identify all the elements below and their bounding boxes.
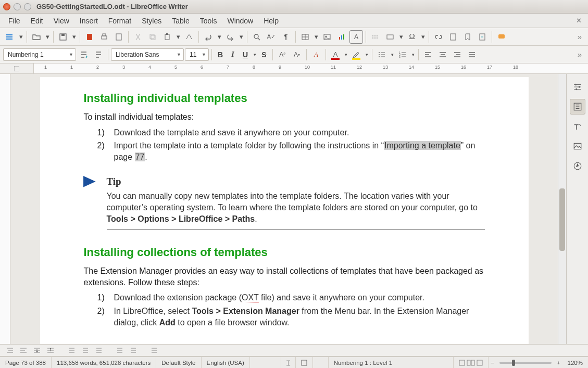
heading-installing-individual[interactable]: Installing individual templates: [84, 92, 485, 105]
comment-icon[interactable]: [495, 30, 508, 44]
insert-field-dropdown-icon[interactable]: ▾: [398, 30, 404, 44]
bullet-dropdown-icon[interactable]: ▾: [390, 48, 395, 61]
footnote-icon[interactable]: [446, 30, 460, 44]
align-justify-icon[interactable]: [465, 48, 479, 61]
menu-help[interactable]: Help: [258, 15, 284, 27]
sidebar-settings-icon[interactable]: [570, 79, 585, 95]
zoom-slider[interactable]: [499, 362, 552, 364]
promote-outline-icon[interactable]: [18, 345, 29, 356]
save-icon[interactable]: [56, 30, 70, 44]
paste-icon[interactable]: [160, 30, 174, 44]
export-pdf-icon[interactable]: [83, 30, 96, 44]
tip-body[interactable]: You can manually copy new templates into…: [107, 191, 485, 224]
demote-outline-icon[interactable]: [4, 345, 16, 356]
copy-icon[interactable]: [146, 30, 159, 44]
italic-button[interactable]: I: [227, 48, 239, 61]
bullets-icon[interactable]: [148, 345, 159, 356]
new-doc-dropdown-icon[interactable]: ▾: [18, 30, 24, 44]
new-style-icon[interactable]: [92, 48, 105, 61]
paste-dropdown-icon[interactable]: ▾: [175, 30, 181, 44]
menu-edit[interactable]: Edit: [26, 15, 48, 27]
list-up-icon[interactable]: [93, 345, 104, 356]
status-modified-icon[interactable]: [296, 357, 313, 368]
tip-block[interactable]: ▶ Tip You can manually copy new template…: [107, 172, 485, 230]
redo-dropdown-icon[interactable]: ▾: [238, 30, 244, 44]
insert-table-icon[interactable]: [298, 30, 312, 44]
status-insert-mode[interactable]: [250, 357, 281, 368]
para-intro-collections[interactable]: The Extension Manager provides an easy w…: [84, 265, 485, 288]
paragraph-style-select[interactable]: Numbering 1▼: [3, 48, 76, 61]
menu-file[interactable]: File: [3, 15, 26, 27]
document-area[interactable]: Installing individual templates To insta…: [10, 74, 558, 344]
insert-field-icon[interactable]: [383, 30, 397, 44]
list-item[interactable]: 2) In LibreOffice, select Tools > Extens…: [97, 306, 485, 328]
align-center-icon[interactable]: [436, 48, 449, 61]
align-right-icon[interactable]: [451, 48, 464, 61]
insert-textbox-icon[interactable]: A: [349, 30, 363, 44]
status-signature[interactable]: [313, 357, 329, 368]
font-name-select[interactable]: Liberation Sans▼: [111, 48, 184, 61]
zoom-knob[interactable]: [512, 360, 515, 366]
status-wordcount[interactable]: 113,658 words, 651,028 characters: [52, 357, 156, 368]
formatting-marks-icon[interactable]: ¶: [279, 30, 293, 44]
menu-view[interactable]: View: [48, 15, 74, 27]
underline-dropdown-icon[interactable]: ▾: [252, 48, 257, 61]
zoom-out-button[interactable]: −: [489, 357, 496, 368]
redo-icon[interactable]: [223, 30, 237, 44]
open-dropdown-icon[interactable]: ▾: [44, 30, 51, 44]
new-doc-icon[interactable]: [3, 30, 17, 44]
cut-icon[interactable]: [131, 30, 145, 44]
crossref-icon[interactable]: [476, 30, 489, 44]
list-text[interactable]: In LibreOffice, select Tools > Extension…: [114, 306, 485, 328]
list-text[interactable]: Import the template into a template fold…: [114, 140, 485, 162]
move-up-icon[interactable]: [45, 345, 56, 356]
strikethrough-button[interactable]: S: [258, 48, 270, 61]
print-preview-icon[interactable]: [112, 30, 126, 44]
special-char-dropdown-icon[interactable]: ▾: [420, 30, 426, 44]
bookmark-icon[interactable]: [461, 30, 474, 44]
clear-formatting-icon[interactable]: A: [309, 48, 323, 61]
scrollbar-thumb[interactable]: [559, 188, 565, 251]
numbered-dropdown-icon[interactable]: ▾: [410, 48, 416, 61]
zoom-in-button[interactable]: +: [555, 360, 562, 366]
insert-image-icon[interactable]: [320, 30, 334, 44]
font-color-dropdown-icon[interactable]: ▾: [343, 48, 348, 61]
spellcheck-icon[interactable]: A✓: [265, 30, 278, 44]
page-number-field[interactable]: 77: [135, 153, 145, 161]
page-break-icon[interactable]: [369, 30, 382, 44]
bullet-list-icon[interactable]: [375, 48, 389, 61]
tip-heading[interactable]: Tip: [107, 176, 485, 187]
menu-tools[interactable]: Tools: [195, 15, 222, 27]
font-size-select[interactable]: 11▼: [185, 48, 209, 61]
subscript-button[interactable]: A₂: [290, 48, 304, 61]
list-down-icon[interactable]: [79, 345, 91, 356]
superscript-button[interactable]: A²: [276, 48, 289, 61]
menu-insert[interactable]: Insert: [74, 15, 103, 27]
status-view-layout[interactable]: [454, 357, 489, 368]
insert-chart-icon[interactable]: [335, 30, 348, 44]
insert-table-dropdown-icon[interactable]: ▾: [313, 30, 319, 44]
move-down-icon[interactable]: [31, 345, 43, 356]
sidebar-navigator-icon[interactable]: [570, 158, 585, 174]
insert-unnumbered-icon[interactable]: [114, 345, 125, 356]
list-text[interactable]: Download the template and save it anywhe…: [114, 127, 485, 138]
window-minimize-button[interactable]: [14, 3, 21, 10]
align-left-icon[interactable]: [421, 48, 435, 61]
update-style-icon[interactable]: [77, 48, 91, 61]
heading-installing-collections[interactable]: Installing collections of templates: [84, 246, 485, 259]
status-language[interactable]: English (USA): [202, 357, 250, 368]
open-icon[interactable]: [30, 30, 43, 44]
horizontal-ruler[interactable]: 1123456789101112131415161718: [34, 64, 588, 73]
cross-reference-field[interactable]: Importing a template: [384, 141, 461, 150]
window-maximize-button[interactable]: [24, 3, 31, 10]
status-selection-mode-icon[interactable]: ⌶: [281, 357, 296, 368]
underline-button[interactable]: U: [240, 48, 251, 61]
sidebar-styles-icon[interactable]: T: [570, 119, 585, 134]
highlight-dropdown-icon[interactable]: ▾: [364, 48, 369, 61]
list-text[interactable]: Download the extension package (OXT file…: [114, 292, 485, 303]
status-page-style[interactable]: Default Style: [156, 357, 201, 368]
numbered-list-icon[interactable]: 123: [396, 48, 409, 61]
window-close-button[interactable]: [3, 3, 10, 10]
menu-styles[interactable]: Styles: [136, 15, 167, 27]
sidebar-gallery-icon[interactable]: [570, 138, 585, 154]
